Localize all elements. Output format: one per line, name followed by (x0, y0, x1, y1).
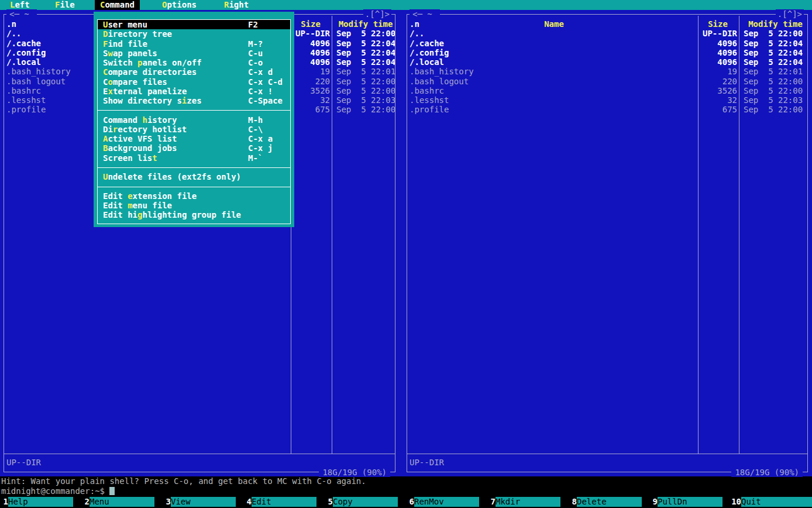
column-header-size[interactable]: Size (699, 19, 739, 29)
function-key-5-copy[interactable]: 5 Copy (325, 497, 398, 507)
panel-path[interactable]: <─ ~ (6, 9, 37, 19)
menu-item-undelete-files-ext2fs-only[interactable]: Undelete files (ext2fs only) (98, 172, 290, 181)
panel-mini-status: UP--DIR (6, 458, 41, 467)
file-row[interactable]: /.local 4096 Sep 5 22:04 (407, 57, 807, 67)
file-row[interactable]: /.. UP--DIR Sep 5 22:00 (407, 29, 807, 38)
file-size: 32 (291, 95, 332, 105)
menu-item-shortcut: C-x d (248, 67, 273, 77)
menu-item-screen-list[interactable]: Screen listM-` (98, 153, 290, 163)
file-size: 4096 (291, 57, 332, 67)
file-row[interactable]: .profile 675 Sep 5 22:00 (407, 105, 807, 114)
menubar-item-options[interactable]: Options (162, 0, 197, 10)
function-key-6-renmov[interactable]: 6 RenMov (406, 497, 479, 507)
file-name: .lesshst (407, 95, 699, 105)
menu-item-shortcut: C-x a (248, 134, 273, 143)
function-key-label: PullDn (658, 497, 722, 507)
menu-separator (98, 105, 290, 115)
menu-item-swap-panels[interactable]: Swap panelsC-u (98, 49, 290, 58)
mini-status-separator (407, 454, 807, 454)
menu-item-background-jobs[interactable]: Background jobsC-x j (98, 143, 290, 153)
file-mtime: Sep 5 22:00 (739, 105, 807, 114)
function-key-label: Edit (252, 497, 316, 507)
column-separator (739, 16, 739, 454)
file-name: /.local (407, 57, 699, 67)
function-key-number: 4 (243, 497, 252, 507)
function-key-2-menu[interactable]: 2 Menu (81, 497, 154, 507)
menu-item-shortcut: C-x ! (248, 87, 273, 96)
file-size: 4096 (699, 57, 739, 67)
panel-path[interactable]: <─ ~ (410, 9, 440, 19)
file-size: 3526 (699, 86, 739, 95)
menubar-item-command[interactable]: Command (95, 0, 140, 10)
command-menu-dropdown: User menuF2 Directory tree Find fileM-? … (94, 12, 294, 227)
menu-item-directory-hotlist[interactable]: Directory hotlistC-\ (98, 125, 290, 134)
panel-mini-status: UP--DIR (410, 458, 444, 467)
menu-item-switch-panels-on-off[interactable]: Switch panels on/offC-o (98, 58, 290, 67)
file-size: 32 (699, 95, 739, 105)
menu-item-active-vfs-list[interactable]: Active VFS listC-x a (98, 134, 290, 143)
menu-item-edit-extension-file[interactable]: Edit extension file (98, 191, 290, 201)
file-mtime: Sep 5 22:03 (332, 95, 395, 105)
function-key-number: 3 (163, 497, 171, 507)
file-row[interactable]: /.cache 4096 Sep 5 22:04 (407, 39, 807, 48)
file-mtime: Sep 5 22:03 (739, 95, 807, 105)
menu-item-user-menu[interactable]: User menuF2 (98, 20, 290, 29)
file-size: UP--DIR (699, 29, 739, 38)
function-key-number: 6 (406, 497, 414, 507)
menu-item-compare-files[interactable]: Compare filesC-x C-d (98, 77, 290, 87)
menubar-item-file[interactable]: File (55, 0, 75, 10)
function-key-3-view[interactable]: 3 View (163, 497, 236, 507)
file-mtime: Sep 5 22:04 (332, 57, 395, 67)
file-size: 4096 (699, 39, 739, 48)
function-key-1-help[interactable]: 1 Help (0, 497, 73, 507)
shell-prompt-text: midnight@commander:~$ (1, 486, 105, 496)
function-key-number: 2 (81, 497, 90, 507)
file-size: 675 (291, 105, 332, 114)
file-row[interactable]: .bash_history 19 Sep 5 22:01 (407, 67, 807, 76)
file-name: /.. (407, 29, 699, 38)
menu-item-command-history[interactable]: Command historyM-h (98, 115, 290, 125)
menu-item-shortcut: C-\ (248, 125, 263, 134)
menu-item-show-directory-sizes[interactable]: Show directory sizesC-Space (98, 96, 290, 105)
file-row[interactable]: /.config 4096 Sep 5 22:04 (407, 48, 807, 57)
file-mtime: Sep 5 22:04 (332, 48, 395, 57)
function-key-10-quit[interactable]: 10 Quit (731, 497, 812, 507)
file-row[interactable]: .bash_logout 220 Sep 5 22:00 (407, 77, 807, 86)
file-mtime: Sep 5 22:00 (332, 29, 395, 38)
menu-item-edit-menu-file[interactable]: Edit menu file (98, 201, 290, 210)
function-key-bar: 1 Help 2 Menu 3 View 4 Edit 5 Copy 6 Ren… (0, 496, 812, 508)
column-header-size[interactable]: Size (291, 19, 332, 29)
menu-separator (98, 163, 290, 172)
menubar-item-left[interactable]: Left (10, 0, 30, 10)
file-name: .bash_logout (407, 77, 699, 86)
file-name: .profile (407, 105, 699, 114)
function-key-label: Help (8, 497, 73, 507)
file-size: 4096 (291, 48, 332, 57)
column-header-mtime[interactable]: Modify time (739, 19, 807, 29)
menu-item-find-file[interactable]: Find fileM-? (98, 39, 290, 49)
menubar-item-right[interactable]: Right (224, 0, 249, 10)
file-row[interactable]: .bashrc 3526 Sep 5 22:00 (407, 86, 807, 95)
function-key-label: Copy (333, 497, 398, 507)
panel-corner-buttons[interactable]: .[^]> (363, 9, 391, 19)
function-key-8-delete[interactable]: 8 Delete (569, 497, 642, 507)
function-key-4-edit[interactable]: 4 Edit (243, 497, 316, 507)
file-mtime: Sep 5 22:00 (332, 86, 395, 95)
panel-corner-buttons[interactable]: .[^]> (776, 9, 804, 19)
menu-item-edit-highlighting-group-file[interactable]: Edit highlighting group file (98, 210, 290, 219)
file-size: 19 (291, 67, 332, 76)
column-header-name[interactable]: .nName (407, 19, 699, 29)
file-mtime: Sep 5 22:04 (739, 57, 807, 67)
function-key-number: 9 (649, 497, 658, 507)
function-key-7-mkdir[interactable]: 7 Mkdir (487, 497, 560, 507)
file-size: 4096 (699, 48, 739, 57)
shell-prompt-line[interactable]: midnight@commander:~$ (1, 486, 812, 496)
function-key-9-pulldn[interactable]: 9 PullDn (649, 497, 722, 507)
function-key-number: 8 (569, 497, 577, 507)
menu-item-directory-tree[interactable]: Directory tree (98, 29, 290, 39)
menu-item-compare-directories[interactable]: Compare directoriesC-x d (98, 67, 290, 77)
file-row[interactable]: .lesshst 32 Sep 5 22:03 (407, 95, 807, 105)
column-header-mtime[interactable]: Modify time (332, 19, 395, 29)
file-size: 19 (699, 67, 739, 76)
menu-item-external-panelize[interactable]: External panelizeC-x ! (98, 87, 290, 96)
